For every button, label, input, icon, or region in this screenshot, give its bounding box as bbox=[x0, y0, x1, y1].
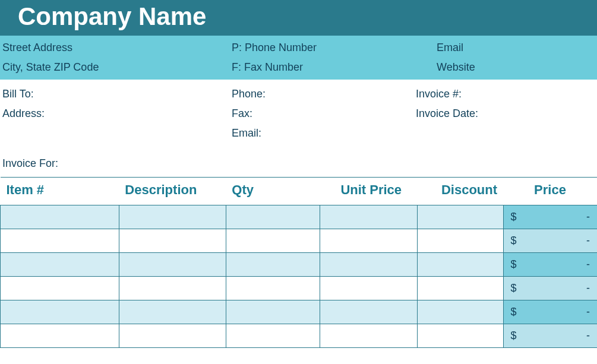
cell-item[interactable] bbox=[1, 253, 119, 277]
th-qty: Qty bbox=[226, 178, 320, 205]
cell-description[interactable] bbox=[119, 324, 226, 348]
currency-symbol: $ bbox=[511, 258, 517, 271]
table-row: $ - bbox=[1, 324, 598, 348]
table-row: $ - bbox=[1, 253, 598, 277]
billto-label: Bill To: bbox=[0, 88, 232, 100]
th-price: Price bbox=[503, 178, 597, 205]
currency-symbol: $ bbox=[511, 235, 517, 247]
th-unit-price: Unit Price bbox=[320, 178, 417, 205]
table-row: $ - bbox=[1, 229, 598, 253]
currency-symbol: $ bbox=[511, 330, 517, 342]
cell-discount[interactable] bbox=[417, 229, 503, 253]
cell-price: $ - bbox=[503, 277, 597, 300]
company-fax: F: Fax Number bbox=[232, 61, 437, 74]
cell-description[interactable] bbox=[119, 300, 226, 324]
cell-discount[interactable] bbox=[417, 324, 503, 348]
company-phone: P: Phone Number bbox=[232, 42, 437, 54]
table-row: $ - bbox=[1, 277, 598, 300]
company-city: City, State ZIP Code bbox=[0, 61, 232, 74]
cell-qty[interactable] bbox=[226, 205, 320, 229]
billto-email-label: Email: bbox=[232, 127, 416, 140]
company-email: Email bbox=[437, 42, 597, 54]
cell-unit-price[interactable] bbox=[320, 324, 417, 348]
cell-discount[interactable] bbox=[417, 253, 503, 277]
cell-unit-price[interactable] bbox=[320, 253, 417, 277]
currency-symbol: $ bbox=[511, 306, 517, 318]
cell-discount[interactable] bbox=[417, 205, 503, 229]
cell-price: $ - bbox=[503, 324, 597, 348]
cell-price: $ - bbox=[503, 300, 597, 324]
price-value: - bbox=[586, 306, 590, 318]
invoice-for-label: Invoice For: bbox=[0, 145, 597, 177]
company-street: Street Address bbox=[0, 42, 232, 54]
table-row: $ - bbox=[1, 300, 598, 324]
cell-discount[interactable] bbox=[417, 300, 503, 324]
cell-item[interactable] bbox=[1, 205, 119, 229]
cell-qty[interactable] bbox=[226, 300, 320, 324]
cell-price: $ - bbox=[503, 205, 597, 229]
billto-phone-label: Phone: bbox=[232, 88, 416, 100]
th-discount: Discount bbox=[417, 178, 503, 205]
billto-section: Bill To: Phone: Invoice #: Address: Fax:… bbox=[0, 80, 597, 145]
currency-symbol: $ bbox=[511, 282, 517, 295]
cell-item[interactable] bbox=[1, 277, 119, 300]
cell-description[interactable] bbox=[119, 253, 226, 277]
company-name: Company Name bbox=[18, 2, 579, 31]
invoice-number-label: Invoice #: bbox=[416, 88, 597, 100]
cell-qty[interactable] bbox=[226, 253, 320, 277]
cell-qty[interactable] bbox=[226, 277, 320, 300]
price-value: - bbox=[586, 330, 590, 342]
price-value: - bbox=[586, 258, 590, 271]
header-bar: Company Name bbox=[0, 0, 597, 36]
th-item: Item # bbox=[1, 178, 119, 205]
table-row: $ - bbox=[1, 205, 598, 229]
cell-discount[interactable] bbox=[417, 277, 503, 300]
cell-description[interactable] bbox=[119, 205, 226, 229]
billto-address-label: Address: bbox=[0, 107, 232, 120]
billto-fax-label: Fax: bbox=[232, 107, 416, 120]
cell-price: $ - bbox=[503, 229, 597, 253]
currency-symbol: $ bbox=[511, 211, 517, 223]
cell-item[interactable] bbox=[1, 324, 119, 348]
cell-price: $ - bbox=[503, 253, 597, 277]
cell-item[interactable] bbox=[1, 300, 119, 324]
cell-unit-price[interactable] bbox=[320, 277, 417, 300]
items-table: Item # Description Qty Unit Price Discou… bbox=[0, 177, 597, 348]
cell-qty[interactable] bbox=[226, 324, 320, 348]
company-info-band: Street Address P: Phone Number Email Cit… bbox=[0, 36, 597, 80]
price-value: - bbox=[586, 282, 590, 295]
price-value: - bbox=[586, 211, 590, 223]
cell-unit-price[interactable] bbox=[320, 300, 417, 324]
th-description: Description bbox=[119, 178, 226, 205]
cell-qty[interactable] bbox=[226, 229, 320, 253]
invoice-date-label: Invoice Date: bbox=[416, 107, 597, 120]
table-header-row: Item # Description Qty Unit Price Discou… bbox=[1, 178, 598, 205]
cell-unit-price[interactable] bbox=[320, 229, 417, 253]
cell-description[interactable] bbox=[119, 229, 226, 253]
price-value: - bbox=[586, 235, 590, 247]
cell-unit-price[interactable] bbox=[320, 205, 417, 229]
cell-item[interactable] bbox=[1, 229, 119, 253]
cell-description[interactable] bbox=[119, 277, 226, 300]
company-website: Website bbox=[437, 61, 597, 74]
